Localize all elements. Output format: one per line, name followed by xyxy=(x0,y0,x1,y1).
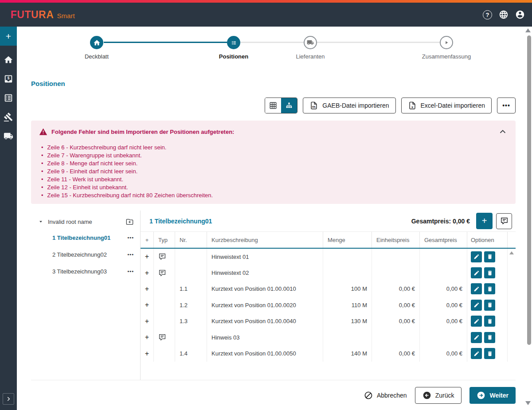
sidebar-tenders-icon[interactable] xyxy=(4,93,13,103)
tree-item-label: 2 Titelbezeichnung02 xyxy=(52,251,127,258)
pencil-icon xyxy=(473,351,480,357)
error-item: Zeile 6 - Kurzbeschreibung darf nicht le… xyxy=(39,143,508,151)
edit-row-button[interactable] xyxy=(471,267,482,278)
page-scroll-up-icon[interactable] xyxy=(525,28,531,32)
excel-import-button[interactable]: Excel-Datei importieren xyxy=(401,98,492,113)
delete-row-button[interactable] xyxy=(484,251,495,262)
table-row: + 1.2 Kurztext von Position 01.00.0020 1… xyxy=(141,297,516,313)
sidebar-add-button[interactable]: + xyxy=(0,27,17,46)
pencil-icon xyxy=(473,270,480,276)
cell-gesamtpreis: 0,00 € xyxy=(420,281,467,297)
step-lieferanten[interactable]: Lieferanten xyxy=(275,36,346,60)
cell-kurzbeschreibung: Kurztext von Position 01.00.0040 xyxy=(207,313,323,329)
tree-item-menu-icon[interactable]: ••• xyxy=(127,252,134,257)
comment-icon xyxy=(158,333,166,341)
cell-einheitspreis: 0,00 € xyxy=(372,281,420,297)
delete-row-button[interactable] xyxy=(484,332,495,343)
account-icon[interactable] xyxy=(515,10,525,20)
collapse-error-panel-button[interactable] xyxy=(498,127,508,137)
delete-row-button[interactable] xyxy=(484,348,495,359)
table-row: + Hinweistext 01 xyxy=(141,249,516,265)
edit-row-button[interactable] xyxy=(471,283,482,294)
delete-row-button[interactable] xyxy=(484,267,495,278)
row-expand-button[interactable]: + xyxy=(141,313,153,329)
column-header-menge: Menge xyxy=(323,232,372,248)
pencil-icon xyxy=(473,334,480,340)
edit-row-button[interactable] xyxy=(471,332,482,343)
table-scroll-up-icon[interactable] xyxy=(509,251,514,254)
table-header-row: + Typ Nr. Kurzbeschreibung Menge Einheit… xyxy=(141,232,516,249)
next-button[interactable]: Weiter xyxy=(469,387,516,404)
page-scroll-down-icon[interactable] xyxy=(525,401,531,405)
tree-item-menu-icon[interactable]: ••• xyxy=(127,269,134,274)
cell-einheitspreis: 0,00 € xyxy=(372,313,420,329)
back-button[interactable]: Zurück xyxy=(415,387,462,404)
step-deckblatt[interactable]: Deckblatt xyxy=(61,36,132,60)
sidebar-expand-button[interactable] xyxy=(3,393,14,405)
cell-kurzbeschreibung: Hinweistext 02 xyxy=(207,265,323,281)
tree-root-row[interactable]: Invalid root name xyxy=(31,214,140,229)
app-logo: FUTURA Smart xyxy=(11,9,75,21)
language-icon[interactable] xyxy=(499,10,509,20)
step-positionen[interactable]: Positionen xyxy=(198,36,269,60)
error-item: Zeile 15 - Kurzbeschreibung darf nicht 8… xyxy=(39,191,508,199)
row-expand-button[interactable]: + xyxy=(141,297,153,313)
help-icon[interactable]: ? xyxy=(483,10,492,20)
tree-item-titel02[interactable]: 2 Titelbezeichnung02 ••• xyxy=(31,246,140,263)
row-expand-button[interactable]: + xyxy=(141,265,153,281)
cell-nr: 1.1 xyxy=(175,281,207,297)
step-zusammenfassung[interactable]: Zusammenfassung xyxy=(411,36,482,60)
delete-row-button[interactable] xyxy=(484,316,495,327)
comment-icon xyxy=(500,217,509,225)
more-actions-button[interactable]: ••• xyxy=(497,98,516,113)
trash-icon xyxy=(487,318,493,324)
add-title-icon[interactable] xyxy=(125,218,134,226)
cell-kurzbeschreibung: Kurztext von Position 01.00.0020 xyxy=(207,297,323,313)
main-content: Deckblatt Positionen Lieferanten Zusamme… xyxy=(17,27,532,410)
step-label: Zusammenfassung xyxy=(422,53,471,60)
arrow-right-circle-icon xyxy=(477,391,485,400)
table-body: + Hinweistext 01 + xyxy=(141,249,516,362)
toolbar: GAEB-Datei importieren Excel-Datei impor… xyxy=(265,98,516,113)
cell-einheitspreis xyxy=(372,249,420,265)
step-label: Lieferanten xyxy=(296,53,325,60)
table-row: + 1.1 Kurztext von Position 01.00.0010 1… xyxy=(141,281,516,297)
gaeb-import-button[interactable]: GAEB-Datei importieren xyxy=(303,98,395,113)
edit-row-button[interactable] xyxy=(471,251,482,262)
tree-collapse-icon[interactable] xyxy=(38,219,43,224)
arrow-left-circle-icon xyxy=(422,391,431,400)
delete-row-button[interactable] xyxy=(484,300,495,311)
row-expand-button[interactable]: + xyxy=(141,345,153,361)
table-row: + Hinweistext 02 xyxy=(141,265,516,281)
back-label: Zurück xyxy=(435,392,454,399)
tree-item-titel01[interactable]: 1 Titelbezeichnung01 ••• xyxy=(31,229,140,246)
add-note-button[interactable] xyxy=(496,213,512,229)
tree-view-icon[interactable] xyxy=(281,98,297,113)
page-title: Positionen xyxy=(31,80,65,87)
add-position-button[interactable]: + xyxy=(476,213,493,229)
edit-row-button[interactable] xyxy=(471,348,482,359)
tree-item-label: 1 Titelbezeichnung01 xyxy=(52,234,127,241)
sidebar-price-request-icon[interactable] xyxy=(4,74,13,84)
delete-row-button[interactable] xyxy=(484,283,495,294)
tree-item-titel03[interactable]: 3 Titelbezeichnung03 ••• xyxy=(31,263,140,280)
row-expand-button[interactable]: + xyxy=(141,281,153,297)
cancel-label: Abbrechen xyxy=(377,392,407,399)
table-view-icon[interactable] xyxy=(265,98,281,113)
xml-file-icon xyxy=(309,101,318,110)
tree-item-menu-icon[interactable]: ••• xyxy=(127,235,134,240)
chevron-right-icon xyxy=(5,396,12,402)
row-expand-button[interactable]: + xyxy=(141,249,153,265)
edit-row-button[interactable] xyxy=(471,316,482,327)
brand-suffix: Smart xyxy=(57,12,75,20)
sidebar-logistics-icon[interactable] xyxy=(4,131,13,141)
page-scrollbar-thumb[interactable] xyxy=(527,35,531,345)
step-label: Positionen xyxy=(219,53,248,60)
cell-menge: 130 M xyxy=(323,313,372,329)
cancel-button[interactable]: Abbrechen xyxy=(364,391,407,400)
row-expand-button[interactable]: + xyxy=(141,329,153,345)
table-row: + 1.3 Kurztext von Position 01.00.0040 1… xyxy=(141,313,516,329)
sidebar-auction-icon[interactable] xyxy=(4,112,13,122)
sidebar-home-icon[interactable] xyxy=(4,55,13,65)
edit-row-button[interactable] xyxy=(471,300,482,311)
